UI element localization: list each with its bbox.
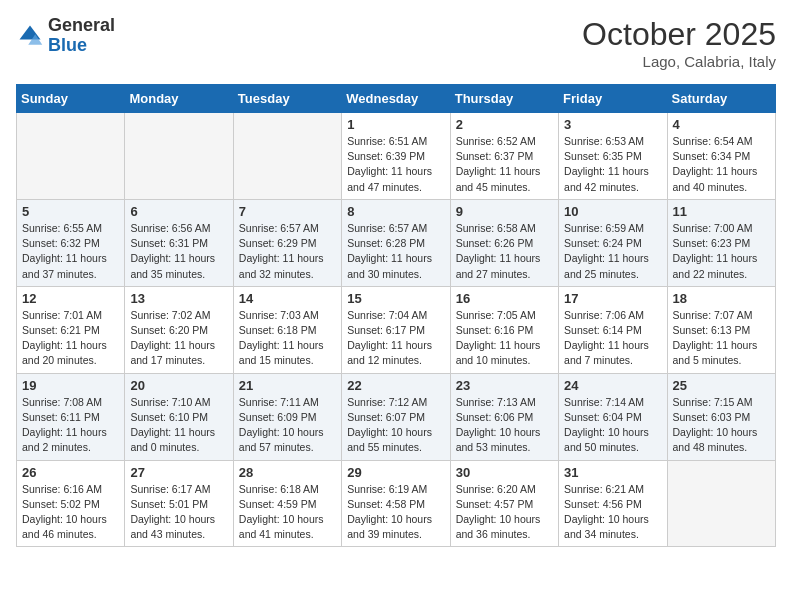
day-info: Sunrise: 7:04 AMSunset: 6:17 PMDaylight:… (347, 308, 444, 369)
day-info: Sunrise: 7:06 AMSunset: 6:14 PMDaylight:… (564, 308, 661, 369)
weekday-header-sunday: Sunday (17, 85, 125, 113)
weekday-header-wednesday: Wednesday (342, 85, 450, 113)
day-cell-30: 30Sunrise: 6:20 AMSunset: 4:57 PMDayligh… (450, 460, 558, 547)
day-info: Sunrise: 7:05 AMSunset: 6:16 PMDaylight:… (456, 308, 553, 369)
day-info: Sunrise: 6:57 AMSunset: 6:29 PMDaylight:… (239, 221, 336, 282)
day-cell-22: 22Sunrise: 7:12 AMSunset: 6:07 PMDayligh… (342, 373, 450, 460)
day-info: Sunrise: 7:07 AMSunset: 6:13 PMDaylight:… (673, 308, 770, 369)
day-cell-29: 29Sunrise: 6:19 AMSunset: 4:58 PMDayligh… (342, 460, 450, 547)
logo-text: General Blue (48, 16, 115, 56)
day-cell-1: 1Sunrise: 6:51 AMSunset: 6:39 PMDaylight… (342, 113, 450, 200)
day-info: Sunrise: 6:16 AMSunset: 5:02 PMDaylight:… (22, 482, 119, 543)
day-number: 4 (673, 117, 770, 132)
week-row-2: 5Sunrise: 6:55 AMSunset: 6:32 PMDaylight… (17, 199, 776, 286)
empty-cell (125, 113, 233, 200)
day-number: 8 (347, 204, 444, 219)
day-info: Sunrise: 6:53 AMSunset: 6:35 PMDaylight:… (564, 134, 661, 195)
day-info: Sunrise: 7:08 AMSunset: 6:11 PMDaylight:… (22, 395, 119, 456)
day-info: Sunrise: 6:59 AMSunset: 6:24 PMDaylight:… (564, 221, 661, 282)
day-cell-3: 3Sunrise: 6:53 AMSunset: 6:35 PMDaylight… (559, 113, 667, 200)
day-cell-31: 31Sunrise: 6:21 AMSunset: 4:56 PMDayligh… (559, 460, 667, 547)
day-info: Sunrise: 7:02 AMSunset: 6:20 PMDaylight:… (130, 308, 227, 369)
day-info: Sunrise: 6:17 AMSunset: 5:01 PMDaylight:… (130, 482, 227, 543)
week-row-1: 1Sunrise: 6:51 AMSunset: 6:39 PMDaylight… (17, 113, 776, 200)
month-title: October 2025 (582, 16, 776, 53)
logo-general: General (48, 16, 115, 36)
day-cell-10: 10Sunrise: 6:59 AMSunset: 6:24 PMDayligh… (559, 199, 667, 286)
day-number: 7 (239, 204, 336, 219)
day-cell-23: 23Sunrise: 7:13 AMSunset: 6:06 PMDayligh… (450, 373, 558, 460)
day-number: 10 (564, 204, 661, 219)
day-info: Sunrise: 6:51 AMSunset: 6:39 PMDaylight:… (347, 134, 444, 195)
weekday-header-monday: Monday (125, 85, 233, 113)
day-number: 29 (347, 465, 444, 480)
day-number: 3 (564, 117, 661, 132)
day-info: Sunrise: 7:03 AMSunset: 6:18 PMDaylight:… (239, 308, 336, 369)
logo-icon (16, 22, 44, 50)
day-number: 18 (673, 291, 770, 306)
day-number: 26 (22, 465, 119, 480)
weekday-header-saturday: Saturday (667, 85, 775, 113)
day-cell-27: 27Sunrise: 6:17 AMSunset: 5:01 PMDayligh… (125, 460, 233, 547)
day-cell-13: 13Sunrise: 7:02 AMSunset: 6:20 PMDayligh… (125, 286, 233, 373)
logo: General Blue (16, 16, 115, 56)
day-cell-9: 9Sunrise: 6:58 AMSunset: 6:26 PMDaylight… (450, 199, 558, 286)
weekday-header-friday: Friday (559, 85, 667, 113)
day-info: Sunrise: 7:12 AMSunset: 6:07 PMDaylight:… (347, 395, 444, 456)
day-info: Sunrise: 6:54 AMSunset: 6:34 PMDaylight:… (673, 134, 770, 195)
day-info: Sunrise: 6:56 AMSunset: 6:31 PMDaylight:… (130, 221, 227, 282)
day-cell-21: 21Sunrise: 7:11 AMSunset: 6:09 PMDayligh… (233, 373, 341, 460)
day-info: Sunrise: 6:21 AMSunset: 4:56 PMDaylight:… (564, 482, 661, 543)
day-number: 17 (564, 291, 661, 306)
day-cell-7: 7Sunrise: 6:57 AMSunset: 6:29 PMDaylight… (233, 199, 341, 286)
day-number: 30 (456, 465, 553, 480)
day-info: Sunrise: 6:20 AMSunset: 4:57 PMDaylight:… (456, 482, 553, 543)
day-cell-25: 25Sunrise: 7:15 AMSunset: 6:03 PMDayligh… (667, 373, 775, 460)
day-cell-18: 18Sunrise: 7:07 AMSunset: 6:13 PMDayligh… (667, 286, 775, 373)
day-info: Sunrise: 7:01 AMSunset: 6:21 PMDaylight:… (22, 308, 119, 369)
empty-cell (233, 113, 341, 200)
day-info: Sunrise: 7:00 AMSunset: 6:23 PMDaylight:… (673, 221, 770, 282)
day-cell-20: 20Sunrise: 7:10 AMSunset: 6:10 PMDayligh… (125, 373, 233, 460)
day-number: 21 (239, 378, 336, 393)
day-info: Sunrise: 6:52 AMSunset: 6:37 PMDaylight:… (456, 134, 553, 195)
day-number: 19 (22, 378, 119, 393)
day-number: 20 (130, 378, 227, 393)
day-number: 2 (456, 117, 553, 132)
day-number: 5 (22, 204, 119, 219)
day-number: 11 (673, 204, 770, 219)
page-header: General Blue October 2025 Lago, Calabria… (16, 16, 776, 70)
day-info: Sunrise: 6:55 AMSunset: 6:32 PMDaylight:… (22, 221, 119, 282)
day-number: 24 (564, 378, 661, 393)
day-number: 31 (564, 465, 661, 480)
day-number: 6 (130, 204, 227, 219)
day-number: 16 (456, 291, 553, 306)
weekday-header-thursday: Thursday (450, 85, 558, 113)
empty-cell (17, 113, 125, 200)
day-number: 23 (456, 378, 553, 393)
day-number: 14 (239, 291, 336, 306)
weekday-header-row: SundayMondayTuesdayWednesdayThursdayFrid… (17, 85, 776, 113)
day-number: 12 (22, 291, 119, 306)
day-number: 25 (673, 378, 770, 393)
week-row-3: 12Sunrise: 7:01 AMSunset: 6:21 PMDayligh… (17, 286, 776, 373)
day-info: Sunrise: 7:15 AMSunset: 6:03 PMDaylight:… (673, 395, 770, 456)
weekday-header-tuesday: Tuesday (233, 85, 341, 113)
day-number: 28 (239, 465, 336, 480)
title-block: October 2025 Lago, Calabria, Italy (582, 16, 776, 70)
day-cell-6: 6Sunrise: 6:56 AMSunset: 6:31 PMDaylight… (125, 199, 233, 286)
week-row-4: 19Sunrise: 7:08 AMSunset: 6:11 PMDayligh… (17, 373, 776, 460)
day-info: Sunrise: 6:58 AMSunset: 6:26 PMDaylight:… (456, 221, 553, 282)
day-info: Sunrise: 6:19 AMSunset: 4:58 PMDaylight:… (347, 482, 444, 543)
day-number: 22 (347, 378, 444, 393)
day-cell-5: 5Sunrise: 6:55 AMSunset: 6:32 PMDaylight… (17, 199, 125, 286)
calendar-table: SundayMondayTuesdayWednesdayThursdayFrid… (16, 84, 776, 547)
day-info: Sunrise: 7:11 AMSunset: 6:09 PMDaylight:… (239, 395, 336, 456)
day-info: Sunrise: 7:13 AMSunset: 6:06 PMDaylight:… (456, 395, 553, 456)
day-cell-12: 12Sunrise: 7:01 AMSunset: 6:21 PMDayligh… (17, 286, 125, 373)
day-info: Sunrise: 6:57 AMSunset: 6:28 PMDaylight:… (347, 221, 444, 282)
day-cell-17: 17Sunrise: 7:06 AMSunset: 6:14 PMDayligh… (559, 286, 667, 373)
day-number: 1 (347, 117, 444, 132)
empty-cell (667, 460, 775, 547)
day-number: 9 (456, 204, 553, 219)
